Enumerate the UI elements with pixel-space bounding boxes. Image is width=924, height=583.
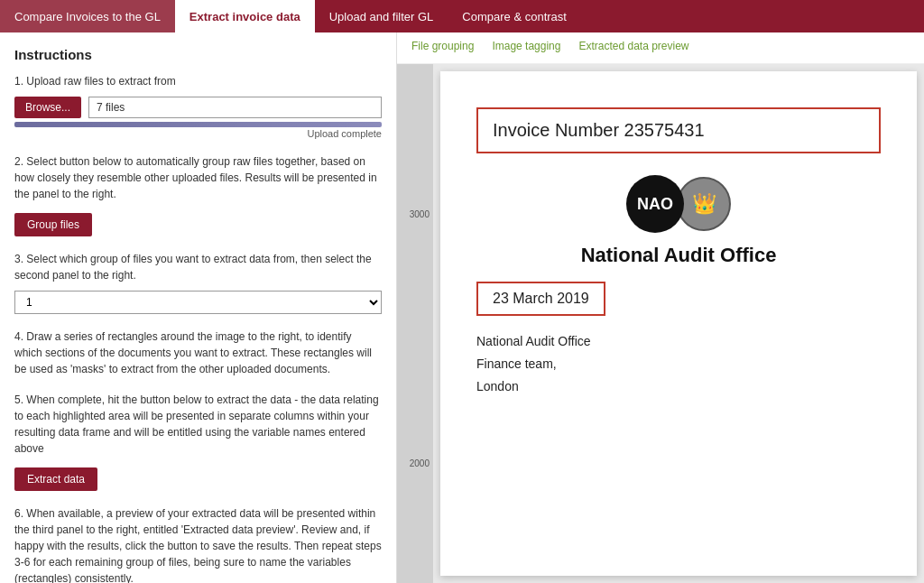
step-2-text: 2. Select button below to automatically … <box>14 153 382 202</box>
nav-item-compare-contrast[interactable]: Compare & contrast <box>448 0 581 32</box>
nav-item-extract-invoice-data[interactable]: Extract invoice data <box>175 0 315 32</box>
step-2: 2. Select button below to automatically … <box>14 153 382 236</box>
step-5-text: 5. When complete, hit the button below t… <box>14 392 382 457</box>
nao-text: NAO <box>637 195 673 214</box>
document-viewer: 3000 2000 Invoice Number 23575431 NAO <box>397 64 924 583</box>
document-page: Invoice Number 23575431 NAO 👑 Natio <box>440 71 917 576</box>
date-box: 23 March 2019 <box>476 282 605 316</box>
step-6-text: 6. When available, a preview of your ext… <box>14 505 382 583</box>
step-4: 4. Draw a series of rectangles around th… <box>14 329 382 377</box>
file-count-display: 7 files <box>88 97 382 118</box>
address-line-2: Finance team, <box>476 353 881 375</box>
group-files-button[interactable]: Group files <box>14 213 92 236</box>
nao-name-text: National Audit Office <box>581 244 777 267</box>
step-3: 3. Select which group of files you want … <box>14 251 382 314</box>
address-line-1: National Audit Office <box>476 330 881 353</box>
upload-progress-bar <box>14 122 382 127</box>
nav-item-compare-invoices-to-the-gl[interactable]: Compare Invoices to the GL <box>0 0 175 32</box>
ruler-label-2000: 2000 <box>410 458 430 468</box>
browse-button[interactable]: Browse... <box>14 97 81 118</box>
step-5: 5. When complete, hit the button below t… <box>14 392 382 491</box>
nao-logo-area: NAO 👑 National Audit Office <box>476 175 881 267</box>
left-panel: Instructions 1. Upload raw files to extr… <box>0 32 397 583</box>
document-ruler: 3000 2000 <box>397 64 433 583</box>
top-navigation: Compare Invoices to the GLExtract invoic… <box>0 0 924 32</box>
step-6: 6. When available, a preview of your ext… <box>14 505 382 583</box>
ruler-label-3000: 3000 <box>410 209 430 219</box>
step-4-text: 4. Draw a series of rectangles around th… <box>14 329 382 377</box>
upload-complete-label: Upload complete <box>14 128 382 139</box>
file-upload-row: Browse... 7 files <box>14 97 382 118</box>
main-layout: Instructions 1. Upload raw files to extr… <box>0 32 924 583</box>
tab-extracted-data-preview[interactable]: Extracted data preview <box>578 40 688 56</box>
nav-item-upload-and-filter-gl[interactable]: Upload and filter GL <box>315 0 448 32</box>
address-block: National Audit Office Finance team, Lond… <box>476 330 881 399</box>
right-tab-bar: File grouping Image tagging Extracted da… <box>397 32 924 64</box>
step-1-text: 1. Upload raw files to extract from <box>14 73 382 89</box>
step-1: 1. Upload raw files to extract from Brow… <box>14 73 382 139</box>
instructions-title: Instructions <box>14 47 382 62</box>
step-3-text: 3. Select which group of files you want … <box>14 251 382 283</box>
crown-icon: 👑 <box>692 192 716 216</box>
group-select-dropdown[interactable]: 1 <box>14 291 382 314</box>
extract-data-button[interactable]: Extract data <box>14 467 97 491</box>
tab-file-grouping[interactable]: File grouping <box>411 40 474 56</box>
address-line-3: London <box>476 375 881 398</box>
nao-circle-right: 👑 <box>677 177 731 231</box>
invoice-number-box: Invoice Number 23575431 <box>476 107 881 153</box>
tab-image-tagging[interactable]: Image tagging <box>492 40 560 56</box>
right-content-area: 3000 2000 Invoice Number 23575431 NAO <box>397 64 924 583</box>
invoice-number-text: Invoice Number 23575431 <box>493 120 705 140</box>
date-text: 23 March 2019 <box>493 291 589 306</box>
nao-circle-left: NAO <box>626 175 684 233</box>
nao-circles: NAO 👑 <box>626 175 731 233</box>
right-panel: File grouping Image tagging Extracted da… <box>397 32 924 583</box>
